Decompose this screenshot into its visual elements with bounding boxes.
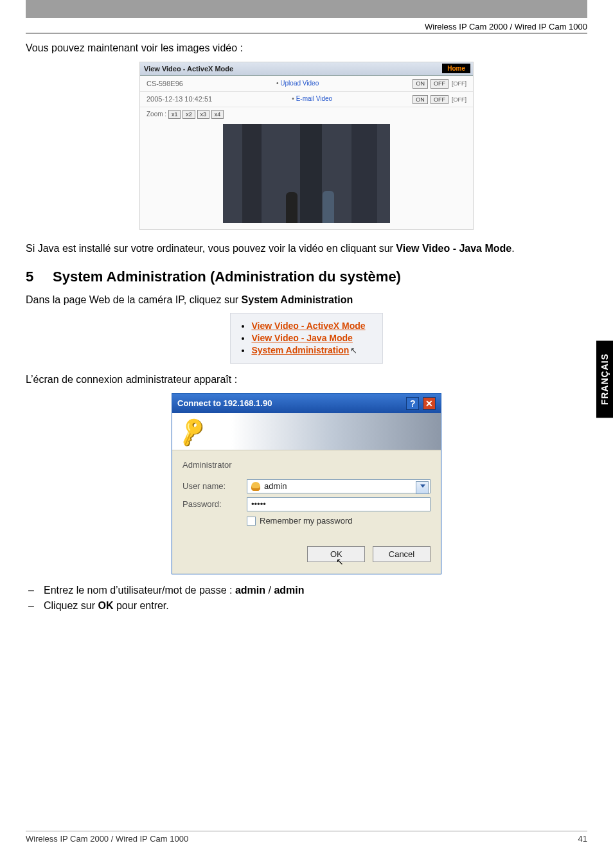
link-view-java[interactable]: View Video - Java Mode [251, 333, 352, 343]
zoom-label: Zoom : [147, 111, 166, 118]
header-product: Wireless IP Cam 2000 / Wired IP Cam 1000 [0, 18, 613, 33]
instruction-2: Cliquez sur OK pour entrer. [44, 599, 587, 613]
chevron-down-icon [420, 484, 425, 488]
activex-panel: View Video - ActiveX Mode Home CS-598E96… [139, 62, 474, 230]
home-button[interactable]: Home [442, 64, 470, 74]
zoom-x1[interactable]: x1 [168, 110, 181, 119]
header-rule [26, 33, 587, 33]
login-dialog: Connect to 192.168.1.90 ? ✕ 🔑 Administra… [172, 393, 441, 575]
zoom-x3[interactable]: x3 [197, 110, 210, 119]
footer-page: 41 [578, 834, 587, 844]
username-label: User name: [182, 481, 247, 492]
instruction-1: Entrez le nom d’utilisateur/mot de passe… [44, 583, 587, 598]
email-video-link[interactable]: E-mail Video [296, 95, 333, 102]
hand-cursor-icon: ↖ [350, 345, 357, 357]
upload-off-status: [OFF] [452, 80, 466, 87]
top-gray-bar [26, 0, 587, 18]
ok-button[interactable]: OK ↖ [307, 546, 365, 563]
link-view-activex[interactable]: View Video - ActiveX Mode [251, 321, 365, 331]
email-on-button[interactable]: ON [413, 95, 428, 104]
username-field[interactable]: admin [247, 479, 431, 493]
login-banner: 🔑 [172, 413, 441, 450]
camera-id: CS-598E96 [147, 79, 183, 89]
login-title: Connect to 192.168.1.90 [177, 398, 272, 409]
close-button[interactable]: ✕ [423, 397, 436, 410]
arrow-cursor-icon: ↖ [336, 556, 344, 568]
remember-row: Remember my password [247, 515, 431, 527]
section-number: 5 [26, 267, 53, 287]
instructions-list: Entrez le nom d’utilisateur/mot de passe… [26, 583, 587, 612]
remember-checkbox[interactable] [247, 517, 256, 526]
upload-video-link[interactable]: Upload Video [280, 80, 319, 87]
password-value: ••••• [251, 499, 266, 510]
user-icon [251, 482, 260, 491]
upload-on-button[interactable]: ON [413, 79, 428, 88]
link-system-admin[interactable]: System Administration [251, 345, 349, 355]
java-note: Si Java est installé sur votre ordinateu… [26, 242, 587, 256]
language-tab[interactable]: FRANÇAIS [596, 341, 613, 418]
section-intro: Dans la page Web de la caméra IP, clique… [26, 293, 587, 307]
remember-label: Remember my password [260, 515, 353, 527]
username-value: admin [264, 481, 287, 492]
cancel-button[interactable]: Cancel [373, 546, 431, 563]
upload-off-button[interactable]: OFF [431, 79, 449, 88]
admin-screen-text: L’écran de connexion administrateur appa… [26, 373, 587, 387]
activex-timestamp: 2005-12-13 10:42:51 [147, 94, 212, 104]
email-off-status: [OFF] [452, 96, 466, 103]
zoom-row: Zoom : x1 x2 x3 x4 [140, 107, 473, 121]
section-title: System Administration (Administration du… [53, 269, 401, 285]
link-list-panel: View Video - ActiveX Mode View Video - J… [230, 313, 382, 364]
section-heading: 5System Administration (Administration d… [26, 267, 587, 287]
zoom-x4[interactable]: x4 [211, 110, 224, 119]
login-group: Administrator [182, 459, 431, 471]
upload-toggle: ON OFF [OFF] [412, 78, 466, 88]
footer-left: Wireless IP Cam 2000 / Wired IP Cam 1000 [26, 834, 188, 844]
intro-text: Vous pouvez maintenant voir les images v… [26, 41, 587, 55]
keys-icon: 🔑 [174, 413, 209, 450]
footer: Wireless IP Cam 2000 / Wired IP Cam 1000… [26, 831, 587, 844]
zoom-x2[interactable]: x2 [182, 110, 195, 119]
help-button[interactable]: ? [406, 397, 419, 410]
password-field[interactable]: ••••• [247, 497, 431, 511]
email-off-button[interactable]: OFF [431, 95, 449, 104]
video-preview [223, 124, 390, 223]
email-toggle: ON OFF [OFF] [412, 94, 466, 104]
activex-titlebar: View Video - ActiveX Mode Home [140, 62, 473, 76]
activex-title: View Video - ActiveX Mode [144, 65, 233, 73]
login-titlebar: Connect to 192.168.1.90 ? ✕ [172, 394, 441, 413]
password-label: Password: [182, 499, 247, 510]
